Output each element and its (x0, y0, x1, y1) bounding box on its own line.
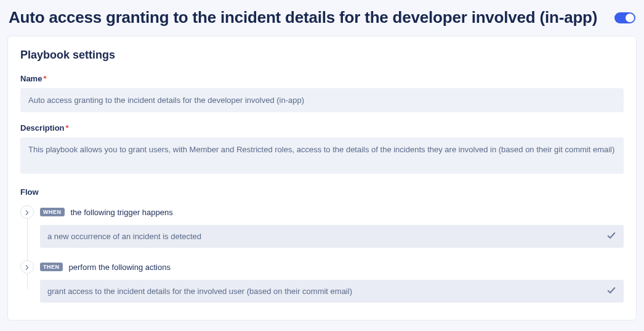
when-head-text: the following trigger happens (71, 208, 173, 217)
name-label: Name* (20, 74, 624, 83)
flow-label: Flow (20, 187, 624, 197)
description-input[interactable] (20, 137, 624, 174)
toggle-knob (626, 14, 634, 22)
when-badge: WHEN (40, 208, 65, 216)
flow-step-then: THEN perform the following actions grant… (20, 260, 624, 303)
check-icon (606, 231, 616, 242)
check-icon (606, 285, 616, 297)
then-head-text: perform the following actions (69, 263, 171, 272)
flow-step-when: WHEN the following trigger happens a new… (20, 205, 624, 248)
card-title: Playbook settings (20, 49, 624, 62)
chevron-right-icon (25, 261, 30, 272)
expand-when-button[interactable] (20, 205, 34, 219)
then-badge: THEN (40, 263, 63, 271)
chevron-right-icon (25, 206, 30, 218)
when-body[interactable]: a new occurrence of an incident is detec… (40, 225, 624, 248)
when-body-text: a new occurrence of an incident is detec… (47, 232, 201, 241)
then-body-text: grant access to the incident details for… (47, 287, 352, 296)
page-title: Auto access granting to the incident det… (9, 9, 597, 27)
required-asterisk: * (43, 74, 46, 83)
description-label: Description* (20, 123, 624, 133)
name-input[interactable] (20, 88, 624, 113)
playbook-settings-card: Playbook settings Name* Description* Flo… (7, 36, 637, 321)
expand-then-button[interactable] (20, 260, 34, 274)
then-body[interactable]: grant access to the incident details for… (40, 280, 624, 303)
required-asterisk: * (66, 123, 69, 133)
enable-toggle[interactable] (614, 12, 635, 23)
